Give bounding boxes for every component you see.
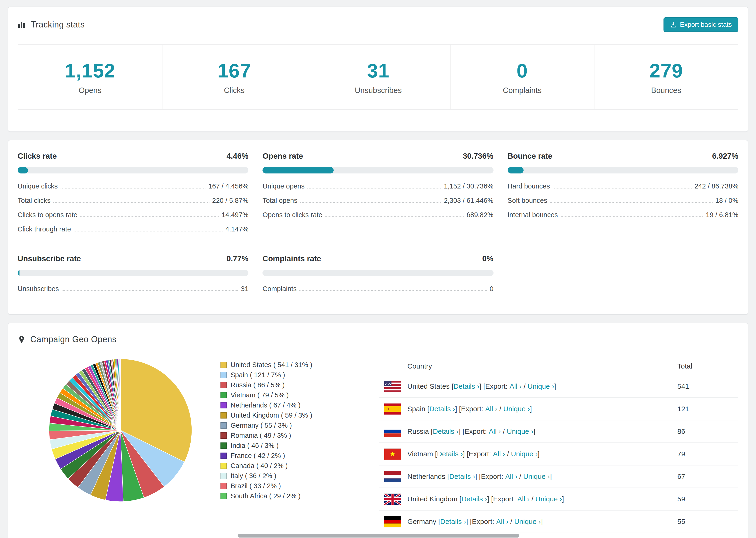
separator: /: [529, 495, 535, 503]
tracking-stats-header: Tracking stats Export basic stats: [18, 17, 738, 32]
dotted-leader: [80, 216, 219, 217]
rate-row-value: 220 / 5.87%: [212, 197, 249, 204]
stat-box-opens: 1,152Opens: [18, 45, 162, 109]
legend-item-russia: Russia ( 86 / 5% ): [220, 380, 352, 390]
details-link[interactable]: Details ›: [440, 517, 466, 525]
country-total: 67: [677, 472, 738, 480]
stat-value: 279: [649, 59, 683, 82]
rate-rows: Unique opens1,152 / 30.736%Total opens2,…: [262, 179, 493, 222]
export-all-link[interactable]: All ›: [517, 495, 530, 503]
rate-rows: Unique clicks167 / 4.456%Total clicks220…: [18, 179, 248, 237]
geo-table-row-russia: Russia [Details ›] [Export: All › / Uniq…: [379, 420, 738, 443]
separator: /: [498, 405, 503, 413]
progress-bar-fill: [508, 167, 523, 174]
export-unique-link[interactable]: Unique ›: [507, 427, 533, 435]
legend-swatch: [220, 483, 227, 489]
campaign-geo-opens-title: Campaign Geo Opens: [30, 335, 117, 344]
country-name: Spain: [407, 405, 425, 413]
export-all-link[interactable]: All ›: [493, 450, 505, 458]
stat-label: Clicks: [224, 86, 244, 95]
horizontal-scrollbar-thumb[interactable]: [238, 534, 519, 538]
stat-value: 167: [217, 59, 251, 82]
progress-bar-track: [508, 167, 738, 174]
details-link[interactable]: Details ›: [437, 450, 463, 458]
rates-card: Clicks rate4.46%Unique clicks167 / 4.456…: [8, 140, 748, 315]
legend-swatch: [220, 362, 227, 368]
bracket: ]: [550, 472, 552, 480]
rate-row-label: Complaints: [262, 285, 297, 293]
dotted-leader: [553, 188, 692, 188]
geo-opens-legend: United States ( 541 / 31% )Spain ( 121 /…: [220, 360, 352, 501]
legend-item-france: France ( 42 / 2% ): [220, 451, 352, 461]
legend-label: France ( 42 / 2% ): [231, 452, 285, 459]
rate-row-opens-to-clicks-rate: Opens to clicks rate689.82%: [262, 208, 493, 222]
legend-swatch: [220, 422, 227, 429]
details-link[interactable]: Details ›: [454, 382, 479, 390]
legend-swatch: [220, 493, 227, 499]
flag-de-icon: [384, 516, 401, 527]
rate-row-label: Total opens: [262, 197, 297, 204]
tracking-stats-card: Tracking stats Export basic stats 1,152O…: [8, 7, 748, 132]
export-unique-link[interactable]: Unique ›: [535, 495, 562, 503]
export-all-link[interactable]: All ›: [510, 382, 522, 390]
rate-row-label: Clicks to opens rate: [18, 211, 78, 219]
map-pin-icon: [18, 336, 26, 344]
export-download-icon: [670, 21, 676, 28]
details-link[interactable]: Details ›: [429, 405, 455, 413]
geo-table-rows: United States [Details ›] [Export: All ›…: [379, 375, 738, 533]
tracking-stats-page: Tracking stats Export basic stats 1,152O…: [0, 7, 756, 538]
legend-swatch: [220, 443, 227, 449]
rate-row-unsubscribes: Unsubscribes31: [18, 282, 248, 296]
stat-label: Opens: [79, 86, 101, 95]
bracket: ]: [533, 427, 535, 435]
rate-rows: Complaints0: [262, 282, 493, 296]
details-link[interactable]: Details ›: [461, 495, 487, 503]
rate-row-total-opens: Total opens2,303 / 61.446%: [262, 193, 493, 208]
rate-row-label: Hard bounces: [508, 183, 550, 190]
details-link[interactable]: Details ›: [433, 427, 459, 435]
export-unique-link[interactable]: Unique ›: [503, 405, 530, 413]
export-all-link[interactable]: All ›: [505, 472, 517, 480]
dotted-leader: [62, 290, 238, 291]
legend-item-netherlands: Netherlands ( 67 / 4% ): [220, 400, 352, 410]
rate-row-value: 2,303 / 61.446%: [444, 197, 493, 204]
export-all-link[interactable]: All ›: [489, 427, 501, 435]
rate-row-label: Click through rate: [18, 225, 71, 233]
details-link[interactable]: Details ›: [449, 472, 475, 480]
stat-box-complaints: 0Complaints: [450, 45, 594, 109]
separator: /: [517, 472, 523, 480]
campaign-geo-opens-header: Campaign Geo Opens: [18, 335, 738, 344]
bar-chart-icon: [18, 21, 26, 29]
rate-row-value: 19 / 6.81%: [706, 211, 738, 219]
separator: /: [505, 450, 511, 458]
export-unique-link[interactable]: Unique ›: [511, 450, 537, 458]
export-prefix: Export:: [485, 382, 510, 390]
export-unique-link[interactable]: Unique ›: [514, 517, 541, 525]
dotted-leader: [299, 290, 487, 291]
export-all-link[interactable]: All ›: [496, 517, 508, 525]
export-basic-stats-label: Export basic stats: [680, 21, 732, 28]
rate-row-unique-opens: Unique opens1,152 / 30.736%: [262, 179, 493, 193]
export-prefix: Export:: [481, 472, 505, 480]
country-name: Russia: [407, 427, 429, 435]
rate-percentage: 0%: [482, 254, 494, 263]
rate-percentage: 6.927%: [712, 152, 738, 161]
progress-bar-fill: [262, 167, 333, 174]
export-unique-link[interactable]: Unique ›: [523, 472, 550, 480]
stat-box-clicks: 167Clicks: [162, 45, 306, 109]
export-prefix: Export:: [469, 450, 493, 458]
export-basic-stats-button[interactable]: Export basic stats: [664, 17, 738, 32]
rate-row-label: Opens to clicks rate: [262, 211, 322, 219]
export-all-link[interactable]: All ›: [485, 405, 498, 413]
geo-table-row-netherlands: Netherlands [Details ›] [Export: All › /…: [379, 465, 738, 488]
separator: /: [501, 427, 507, 435]
legend-label: Spain ( 121 / 7% ): [231, 371, 285, 379]
legend-swatch: [220, 382, 227, 388]
stat-value: 31: [367, 59, 389, 82]
legend-label: India ( 46 / 3% ): [231, 442, 279, 450]
country-cell: Vietnam [Details ›] [Export: All › / Uni…: [379, 449, 677, 459]
legend-item-spain: Spain ( 121 / 7% ): [220, 370, 352, 380]
dotted-leader: [61, 188, 206, 188]
export-unique-link[interactable]: Unique ›: [527, 382, 554, 390]
bracket: ] [: [463, 450, 469, 458]
